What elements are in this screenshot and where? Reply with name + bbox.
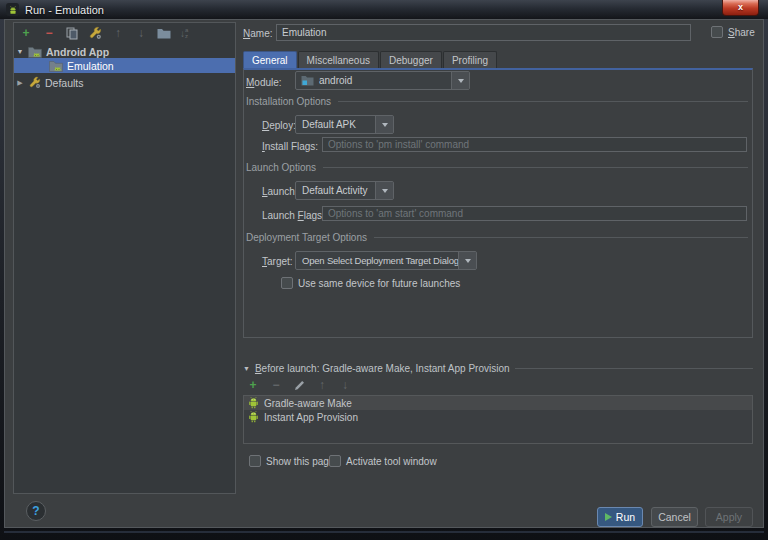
add-configuration-icon[interactable]: + <box>19 26 33 40</box>
activate-tool-window-label: Activate tool window <box>346 456 437 467</box>
deploy-select[interactable]: Default APK <box>295 115 394 134</box>
name-input[interactable] <box>276 24 691 41</box>
tree-item-label: Defaults <box>45 77 84 89</box>
close-button[interactable]: x <box>722 0 759 16</box>
android-studio-icon <box>6 3 19 16</box>
configurations-tree-panel <box>13 22 236 494</box>
tree-item-emulation-selected[interactable]: Emulation <box>14 58 235 73</box>
remove-task-icon[interactable]: − <box>269 378 283 392</box>
launch-dropdown-arrow[interactable] <box>375 182 393 199</box>
expand-arrow-icon[interactable]: ▼ <box>14 48 26 55</box>
before-launch-toolbar: + − ↑ ↓ <box>246 378 352 392</box>
android-app-folder-icon <box>28 46 42 58</box>
launch-flags-input[interactable] <box>322 206 747 221</box>
help-button[interactable]: ? <box>26 501 46 521</box>
move-task-down-icon[interactable]: ↓ <box>338 378 352 392</box>
tab-debugger[interactable]: Debugger <box>380 51 442 68</box>
before-launch-label: Before launch: Gradle-aware Make, Instan… <box>255 363 510 374</box>
target-dropdown-arrow[interactable] <box>458 252 476 269</box>
target-value: Open Select Deployment Target Dialog <box>296 255 458 266</box>
target-select[interactable]: Open Select Deployment Target Dialog <box>295 251 477 270</box>
edit-task-pencil-icon[interactable] <box>292 378 306 392</box>
install-flags-label: Install Flags: <box>262 141 318 152</box>
tree-toolbar: + − ↑ ↓ ↓ a z <box>19 26 188 40</box>
tree-item-android-app[interactable]: ▼ Android App <box>14 44 235 59</box>
defaults-wrench-icon <box>28 76 41 89</box>
move-task-up-icon[interactable]: ↑ <box>315 378 329 392</box>
cancel-button[interactable]: Cancel <box>651 507 698 527</box>
window-title: Run - Emulation <box>25 4 104 16</box>
collapse-arrow-icon[interactable]: ▶ <box>14 79 26 87</box>
add-task-icon[interactable]: + <box>246 378 260 392</box>
launch-label: Launch: <box>262 186 298 197</box>
run-play-icon <box>605 513 612 521</box>
copy-configuration-icon[interactable] <box>65 26 79 40</box>
remove-configuration-icon[interactable]: − <box>42 26 56 40</box>
before-launch-header: ▼ Before launch: Gradle-aware Make, Inst… <box>243 363 753 374</box>
show-this-page-checkbox[interactable] <box>249 455 261 467</box>
use-same-device-label: Use same device for future launches <box>298 278 460 289</box>
activate-tool-window-checkbox[interactable] <box>329 455 341 467</box>
launch-value: Default Activity <box>296 185 375 196</box>
task-row-instant-app-provision[interactable]: Instant App Provision <box>244 410 752 424</box>
tab-miscellaneous[interactable]: Miscellaneous <box>298 51 379 68</box>
title-bar[interactable]: Run - Emulation <box>0 0 768 19</box>
android-robot-icon <box>248 396 259 411</box>
show-this-page-label: Show this page <box>266 456 334 467</box>
edit-defaults-wrench-icon[interactable] <box>88 26 102 40</box>
tree-item-defaults[interactable]: ▶ Defaults <box>14 75 235 90</box>
module-select[interactable]: android <box>295 71 470 90</box>
configuration-tabs: General Miscellaneous Debugger Profiling <box>243 51 498 68</box>
deploy-value: Default APK <box>296 119 375 130</box>
module-dropdown-arrow[interactable] <box>451 72 469 89</box>
installation-options-header: Installation Options <box>246 96 748 107</box>
share-label: Share <box>728 27 755 38</box>
share-checkbox[interactable] <box>711 26 723 38</box>
install-flags-input[interactable] <box>322 137 747 152</box>
emulation-folder-icon <box>49 60 63 72</box>
deployment-target-options-header: Deployment Target Options <box>246 232 748 243</box>
module-folder-icon <box>301 75 314 86</box>
run-button-label: Run <box>616 511 635 523</box>
task-label: Gradle-aware Make <box>264 398 352 409</box>
task-row-gradle-aware-make[interactable]: Gradle-aware Make <box>244 396 752 410</box>
module-value: android <box>314 75 451 86</box>
target-label: Target: <box>262 256 293 267</box>
deploy-label: Deploy: <box>262 120 296 131</box>
move-down-icon[interactable]: ↓ <box>134 26 148 40</box>
tree-item-label: Android App <box>46 46 109 58</box>
use-same-device-checkbox[interactable] <box>281 277 293 289</box>
tree-item-label: Emulation <box>67 60 114 72</box>
run-configuration-dialog: Run - Emulation x + − ↑ ↓ <box>0 0 768 540</box>
launch-select[interactable]: Default Activity <box>295 181 394 200</box>
launch-options-header: Launch Options <box>246 162 748 173</box>
move-up-icon[interactable]: ↑ <box>111 26 125 40</box>
android-robot-icon <box>248 410 259 425</box>
before-launch-collapse-icon[interactable]: ▼ <box>243 365 250 372</box>
sort-letters: a z <box>185 27 188 39</box>
task-label: Instant App Provision <box>264 412 358 423</box>
module-label: Module: <box>246 77 282 88</box>
general-tab-panel <box>243 68 753 338</box>
window-bottom-edge <box>4 531 764 533</box>
run-button[interactable]: Run <box>597 507 643 527</box>
launch-flags-label: Launch Flags: <box>262 210 325 221</box>
deploy-dropdown-arrow[interactable] <box>375 116 393 133</box>
sort-configurations-icon[interactable]: ↓ a z <box>180 27 188 39</box>
tab-general[interactable]: General <box>243 51 297 68</box>
new-folder-icon[interactable] <box>157 26 171 40</box>
name-label: Name: <box>243 28 272 39</box>
apply-button[interactable]: Apply <box>705 507 753 527</box>
tab-profiling[interactable]: Profiling <box>443 51 497 68</box>
before-launch-task-list: Gradle-aware Make Instant App Provision <box>243 395 753 444</box>
